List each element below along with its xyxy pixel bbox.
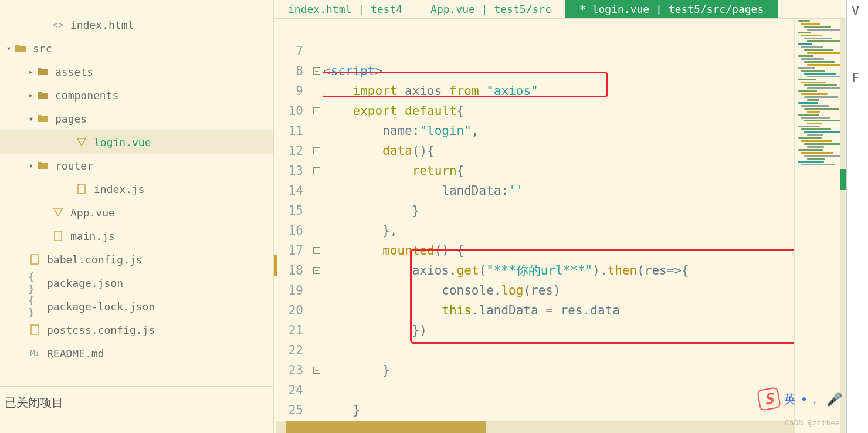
code-editor[interactable]: 78910111213141516171819202122232425 −−−−… — [274, 19, 846, 433]
editor-tab[interactable]: index.html | test4 — [274, 0, 416, 18]
ime-indicator[interactable]: S 英 •， 🎤 — [758, 388, 842, 410]
minimap-line — [798, 90, 817, 92]
file-tree: <>index.html▾src▸assets▸components▾pages… — [0, 0, 273, 365]
code-area[interactable]: <script> import axios from "axios" expor… — [323, 19, 846, 433]
minimap-line — [801, 82, 826, 83]
change-marker — [274, 255, 277, 276]
code-line-21[interactable]: }) — [323, 320, 846, 340]
minimap-scrollbar-thumb[interactable] — [840, 169, 846, 190]
js-icon — [75, 184, 88, 194]
code-line-13[interactable]: return{ — [323, 161, 846, 181]
twisty-icon[interactable]: ▸ — [26, 67, 36, 76]
fold-toggle — [310, 221, 323, 241]
fold-toggle — [310, 121, 323, 141]
tree-item-label: login.vue — [94, 136, 273, 148]
minimap-line — [801, 70, 825, 72]
tree-item-postcss-config-js[interactable]: postcss.config.js — [0, 318, 273, 341]
tree-item-App-vue[interactable]: App.vue — [0, 201, 273, 224]
minimap-line — [807, 146, 824, 148]
fold-toggle[interactable]: − — [310, 101, 323, 121]
json-icon: { } — [28, 294, 41, 319]
code-line-15[interactable]: } — [323, 201, 846, 221]
tree-item-login-vue[interactable]: login.vue — [0, 130, 273, 154]
fold-toggle[interactable]: − — [310, 241, 323, 261]
tree-item-index-html[interactable]: <>index.html — [0, 13, 273, 36]
minimap-line — [807, 99, 819, 101]
twisty-icon[interactable]: ▾ — [26, 114, 36, 123]
editor-tab[interactable]: * login.vue | test5/src/pages — [565, 0, 778, 18]
tree-item-package-lock-json[interactable]: { }package-lock.json — [0, 295, 273, 318]
line-number: 24 — [274, 380, 303, 400]
minimap-line — [798, 67, 815, 69]
svg-rect-0 — [78, 184, 85, 194]
code-line-23[interactable]: } — [323, 360, 846, 380]
tree-item-package-json[interactable]: { }package.json — [0, 271, 273, 295]
code-line-18[interactable]: axios.get("***你的url***").then(res=>{ — [323, 261, 846, 280]
minimap-line — [798, 32, 811, 33]
minimap-line — [798, 55, 813, 57]
fold-column[interactable]: −−−−−−− — [310, 19, 323, 433]
minimap-line — [804, 73, 836, 75]
fold-toggle — [310, 380, 323, 400]
tree-item-src[interactable]: ▾src — [0, 36, 273, 60]
minimap-line — [798, 20, 810, 22]
code-line-19[interactable]: console.log(res) — [323, 280, 846, 300]
minimap-line — [801, 117, 830, 119]
tree-item-label: assets — [55, 66, 273, 78]
minimap-line — [804, 61, 835, 63]
fold-toggle[interactable]: − — [310, 141, 323, 161]
ime-mic-icon[interactable]: 🎤 — [826, 392, 842, 407]
closed-projects-section[interactable]: 已关闭项目 — [0, 386, 273, 419]
fold-toggle — [310, 181, 323, 201]
code-line-10[interactable]: export default{ — [323, 101, 846, 121]
tree-item-pages[interactable]: ▾pages — [0, 107, 273, 130]
js-icon — [28, 324, 41, 335]
tree-item-assets[interactable]: ▸assets — [0, 60, 273, 83]
fold-toggle[interactable]: − — [310, 61, 323, 81]
minimap-line — [801, 93, 828, 95]
code-line-7[interactable] — [323, 41, 846, 61]
twisty-icon[interactable]: ▾ — [4, 43, 14, 53]
tree-item-main-js[interactable]: main.js — [0, 224, 273, 248]
twisty-icon[interactable]: ▾ — [26, 161, 36, 170]
minimap-line — [804, 143, 843, 145]
fold-toggle[interactable]: − — [310, 161, 323, 181]
hscroll-thumb[interactable] — [286, 421, 486, 433]
tree-item-label: router — [55, 160, 273, 172]
minimap-line — [804, 38, 832, 39]
tree-item-index-js[interactable]: index.js — [0, 177, 273, 201]
minimap-line — [804, 84, 837, 86]
code-line-22[interactable] — [323, 340, 846, 360]
tree-item-label: components — [55, 89, 273, 102]
code-line-11[interactable]: name:"login", — [323, 121, 846, 141]
code-line-20[interactable]: this.landData = res.data — [323, 300, 846, 320]
editor-tab[interactable]: App.vue | test5/src — [416, 0, 565, 18]
fold-toggle — [310, 300, 323, 320]
fold-toggle[interactable]: − — [310, 360, 323, 380]
folderf-icon — [36, 90, 49, 100]
minimap[interactable] — [794, 19, 846, 433]
tree-item-label: README.md — [47, 347, 273, 360]
tree-item-label: package.json — [47, 277, 273, 289]
twisty-icon[interactable]: ▸ — [26, 90, 36, 100]
minimap-line — [807, 158, 825, 160]
code-line-12[interactable]: data(){ — [323, 141, 846, 161]
tree-item-label: index.js — [94, 183, 273, 195]
code-line-14[interactable]: landData:'' — [323, 181, 846, 201]
folder-icon — [36, 114, 49, 123]
tree-item-components[interactable]: ▸components — [0, 83, 273, 107]
editor-horizontal-scrollbar[interactable] — [276, 421, 794, 433]
minimap-line — [798, 43, 812, 45]
minimap-scrollbar-track[interactable] — [840, 19, 846, 433]
code-line-9[interactable]: import axios from "axios" — [323, 81, 846, 101]
tree-item-README-md[interactable]: M↓README.md — [0, 341, 273, 365]
ime-language-label[interactable]: 英 — [784, 391, 796, 407]
fold-toggle[interactable]: − — [310, 261, 323, 280]
code-line-16[interactable]: }, — [323, 221, 846, 241]
line-number: 7 — [274, 41, 303, 61]
js-icon — [28, 254, 41, 265]
code-line-8[interactable]: <script> — [323, 61, 846, 81]
tree-item-babel-config-js[interactable]: babel.config.js — [0, 248, 273, 271]
tree-item-router[interactable]: ▾router — [0, 154, 273, 177]
code-line-17[interactable]: mounted() { — [323, 241, 846, 261]
